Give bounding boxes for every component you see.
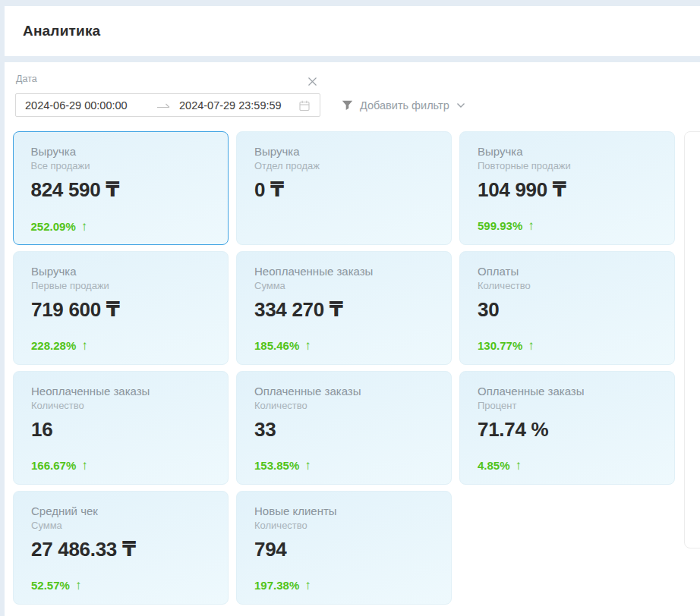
metric-card[interactable]: Выручка Повторные продажи 104 990 ₸ 599.… (459, 131, 675, 245)
metric-subtitle: Процент (478, 400, 657, 411)
metric-title: Неоплаченные заказы (254, 265, 434, 278)
metric-change: 252.09% ↑ (31, 220, 211, 233)
metric-value: 794 (254, 538, 434, 561)
up-arrow-icon: ↑ (304, 339, 311, 352)
metric-change: 166.67% ↑ (31, 459, 210, 472)
metric-change: 599.93% ↑ (478, 219, 657, 232)
metric-value: 27 486.33 ₸ (31, 538, 210, 561)
metric-card[interactable]: Оплаченные заказы Процент 71.74 % 4.85% … (459, 371, 675, 485)
metric-card[interactable]: Средний чек Сумма 27 486.33 ₸ 52.57% ↑ (13, 491, 229, 605)
metric-subtitle: Сумма (254, 280, 434, 291)
metric-change-value: 185.46% (254, 339, 299, 352)
metric-cards-grid: Выручка Все продажи 824 590 ₸ 252.09% ↑ … (13, 131, 675, 605)
up-arrow-icon: ↑ (81, 459, 88, 472)
up-arrow-icon: ↑ (81, 339, 88, 352)
metric-title: Оплаченные заказы (254, 385, 434, 398)
metric-change-value: 252.09% (31, 220, 76, 233)
metric-title: Новые клиенты (254, 504, 434, 517)
metric-subtitle: Количество (478, 280, 657, 291)
metric-change: 4.85% ↑ (478, 459, 657, 472)
metric-card[interactable]: Выручка Все продажи 824 590 ₸ 252.09% ↑ (13, 131, 229, 245)
add-filter-label: Добавить фильтр (360, 99, 449, 112)
metric-value: 71.74 % (478, 418, 657, 442)
metric-value: 824 590 ₸ (31, 178, 211, 202)
arrow-right-icon (156, 102, 179, 109)
metric-title: Выручка (31, 265, 210, 278)
up-arrow-icon: ↑ (528, 339, 534, 352)
up-arrow-icon: ↑ (81, 220, 88, 233)
metric-change-value: 599.93% (478, 219, 522, 232)
metric-title: Оплаты (478, 265, 657, 278)
metric-change: 228.28% ↑ (31, 339, 210, 352)
metric-value: 719 600 ₸ (31, 298, 210, 322)
metric-card[interactable]: Новые клиенты Количество 794 197.38% ↑ (236, 491, 452, 605)
metric-title: Неоплаченные заказы (31, 385, 210, 398)
up-arrow-icon: ↑ (304, 459, 311, 472)
metric-value: 16 (31, 418, 210, 442)
metric-subtitle: Количество (254, 520, 434, 531)
metric-subtitle: Все продажи (31, 160, 211, 171)
up-arrow-icon: ↑ (304, 579, 311, 592)
up-arrow-icon: ↑ (528, 219, 534, 232)
metric-card[interactable]: Неоплаченные заказы Количество 16 166.67… (13, 371, 229, 485)
metric-change-value: 52.57% (31, 579, 70, 592)
metric-title: Выручка (31, 145, 211, 158)
metric-change-value: 166.67% (31, 459, 76, 472)
metric-subtitle: Количество (254, 400, 434, 411)
metric-change: 130.77% ↑ (478, 339, 657, 352)
metric-title: Средний чек (31, 504, 210, 517)
metric-change-value: 153.85% (254, 459, 299, 472)
metric-change: 153.85% ↑ (254, 459, 434, 472)
metric-card[interactable]: Оплаченные заказы Количество 33 153.85% … (236, 371, 452, 485)
metric-title: Выручка (478, 145, 657, 158)
calendar-icon[interactable] (298, 99, 311, 112)
content-panel: Дата 2024-06-29 00:00:00 2024-07-29 23:5… (5, 62, 700, 616)
metric-subtitle: Сумма (31, 520, 210, 531)
metric-subtitle: Первые продажи (31, 280, 210, 291)
metric-change: 185.46% ↑ (254, 339, 434, 352)
metric-card[interactable]: Выручка Отдел продаж 0 ₸ (236, 131, 452, 245)
metric-title: Выручка (254, 145, 434, 158)
funnel-icon (342, 100, 353, 111)
metric-subtitle: Повторные продажи (478, 160, 657, 171)
add-filter-button[interactable]: Добавить фильтр (342, 96, 465, 115)
metric-value: 334 270 ₸ (254, 298, 434, 322)
metric-card[interactable]: Выручка Первые продажи 719 600 ₸ 228.28%… (13, 251, 229, 365)
date-to-input[interactable]: 2024-07-29 23:59:59 (179, 99, 297, 112)
up-arrow-icon: ↑ (516, 459, 522, 472)
metric-value: 0 ₸ (254, 178, 434, 202)
header-bar: Аналитика (5, 6, 700, 56)
metric-change: 52.57% ↑ (31, 579, 210, 592)
metric-value: 104 990 ₸ (478, 178, 657, 202)
metric-card[interactable]: Оплаты Количество 30 130.77% ↑ (459, 251, 675, 365)
side-panel-partial (684, 131, 700, 548)
page-title: Аналитика (5, 23, 100, 39)
metric-change-value: 4.85% (478, 459, 510, 472)
metric-value: 30 (478, 298, 657, 322)
metric-change-value: 197.38% (254, 579, 299, 592)
up-arrow-icon: ↑ (75, 579, 82, 592)
metric-subtitle: Отдел продаж (254, 160, 434, 171)
metric-value: 33 (254, 418, 434, 442)
remove-filter-button[interactable] (305, 74, 319, 88)
metric-subtitle: Количество (31, 400, 210, 411)
chevron-down-icon (456, 102, 465, 108)
metric-change: 197.38% ↑ (254, 579, 434, 592)
date-filter-label: Дата (16, 74, 37, 84)
date-range-picker[interactable]: 2024-06-29 00:00:00 2024-07-29 23:59:59 (15, 93, 320, 117)
metric-title: Оплаченные заказы (478, 385, 657, 398)
close-icon (307, 77, 317, 86)
metric-change-value: 130.77% (478, 339, 522, 352)
date-from-input[interactable]: 2024-06-29 00:00:00 (25, 99, 156, 112)
metric-change-value: 228.28% (31, 339, 76, 352)
metric-card[interactable]: Неоплаченные заказы Сумма 334 270 ₸ 185.… (236, 251, 452, 365)
